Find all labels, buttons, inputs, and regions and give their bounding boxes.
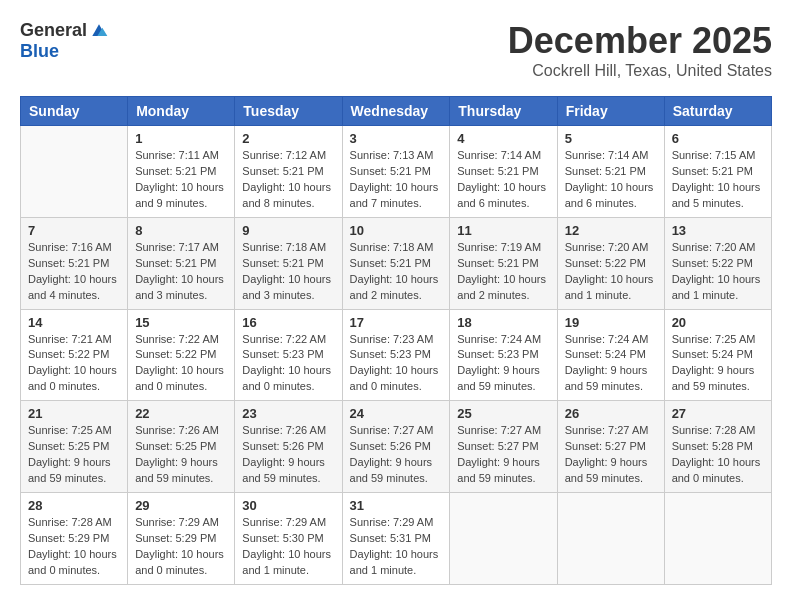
day-info: Sunrise: 7:14 AM Sunset: 5:21 PM Dayligh… — [565, 148, 657, 212]
day-number: 13 — [672, 223, 764, 238]
calendar-cell: 10Sunrise: 7:18 AM Sunset: 5:21 PM Dayli… — [342, 217, 450, 309]
weekday-header-thursday: Thursday — [450, 97, 557, 126]
day-number: 2 — [242, 131, 334, 146]
calendar-week-row: 14Sunrise: 7:21 AM Sunset: 5:22 PM Dayli… — [21, 309, 772, 401]
logo: General Blue — [20, 20, 109, 62]
calendar-cell: 30Sunrise: 7:29 AM Sunset: 5:30 PM Dayli… — [235, 493, 342, 585]
calendar-cell: 19Sunrise: 7:24 AM Sunset: 5:24 PM Dayli… — [557, 309, 664, 401]
day-info: Sunrise: 7:23 AM Sunset: 5:23 PM Dayligh… — [350, 332, 443, 396]
day-number: 12 — [565, 223, 657, 238]
day-number: 4 — [457, 131, 549, 146]
day-number: 21 — [28, 406, 120, 421]
page-header: General Blue December 2025 Cockrell Hill… — [20, 20, 772, 80]
calendar-cell: 18Sunrise: 7:24 AM Sunset: 5:23 PM Dayli… — [450, 309, 557, 401]
day-info: Sunrise: 7:17 AM Sunset: 5:21 PM Dayligh… — [135, 240, 227, 304]
day-number: 1 — [135, 131, 227, 146]
calendar-cell: 9Sunrise: 7:18 AM Sunset: 5:21 PM Daylig… — [235, 217, 342, 309]
day-number: 6 — [672, 131, 764, 146]
day-number: 22 — [135, 406, 227, 421]
day-number: 11 — [457, 223, 549, 238]
weekday-header-sunday: Sunday — [21, 97, 128, 126]
logo-icon — [89, 21, 109, 41]
day-info: Sunrise: 7:18 AM Sunset: 5:21 PM Dayligh… — [350, 240, 443, 304]
day-info: Sunrise: 7:26 AM Sunset: 5:25 PM Dayligh… — [135, 423, 227, 487]
day-number: 8 — [135, 223, 227, 238]
calendar-cell: 22Sunrise: 7:26 AM Sunset: 5:25 PM Dayli… — [128, 401, 235, 493]
day-info: Sunrise: 7:19 AM Sunset: 5:21 PM Dayligh… — [457, 240, 549, 304]
calendar-cell: 16Sunrise: 7:22 AM Sunset: 5:23 PM Dayli… — [235, 309, 342, 401]
calendar-table: SundayMondayTuesdayWednesdayThursdayFrid… — [20, 96, 772, 585]
weekday-header-row: SundayMondayTuesdayWednesdayThursdayFrid… — [21, 97, 772, 126]
calendar-cell: 28Sunrise: 7:28 AM Sunset: 5:29 PM Dayli… — [21, 493, 128, 585]
day-number: 19 — [565, 315, 657, 330]
day-info: Sunrise: 7:14 AM Sunset: 5:21 PM Dayligh… — [457, 148, 549, 212]
day-number: 24 — [350, 406, 443, 421]
calendar-week-row: 1Sunrise: 7:11 AM Sunset: 5:21 PM Daylig… — [21, 126, 772, 218]
month-title: December 2025 — [508, 20, 772, 62]
calendar-week-row: 7Sunrise: 7:16 AM Sunset: 5:21 PM Daylig… — [21, 217, 772, 309]
day-info: Sunrise: 7:24 AM Sunset: 5:24 PM Dayligh… — [565, 332, 657, 396]
day-number: 31 — [350, 498, 443, 513]
day-number: 30 — [242, 498, 334, 513]
weekday-header-saturday: Saturday — [664, 97, 771, 126]
calendar-cell: 15Sunrise: 7:22 AM Sunset: 5:22 PM Dayli… — [128, 309, 235, 401]
day-info: Sunrise: 7:16 AM Sunset: 5:21 PM Dayligh… — [28, 240, 120, 304]
day-number: 3 — [350, 131, 443, 146]
day-info: Sunrise: 7:29 AM Sunset: 5:31 PM Dayligh… — [350, 515, 443, 579]
weekday-header-wednesday: Wednesday — [342, 97, 450, 126]
day-info: Sunrise: 7:20 AM Sunset: 5:22 PM Dayligh… — [672, 240, 764, 304]
weekday-header-tuesday: Tuesday — [235, 97, 342, 126]
day-number: 9 — [242, 223, 334, 238]
calendar-cell: 13Sunrise: 7:20 AM Sunset: 5:22 PM Dayli… — [664, 217, 771, 309]
calendar-cell — [664, 493, 771, 585]
day-info: Sunrise: 7:11 AM Sunset: 5:21 PM Dayligh… — [135, 148, 227, 212]
day-info: Sunrise: 7:25 AM Sunset: 5:24 PM Dayligh… — [672, 332, 764, 396]
day-info: Sunrise: 7:28 AM Sunset: 5:28 PM Dayligh… — [672, 423, 764, 487]
day-info: Sunrise: 7:12 AM Sunset: 5:21 PM Dayligh… — [242, 148, 334, 212]
day-number: 23 — [242, 406, 334, 421]
day-info: Sunrise: 7:29 AM Sunset: 5:30 PM Dayligh… — [242, 515, 334, 579]
day-info: Sunrise: 7:25 AM Sunset: 5:25 PM Dayligh… — [28, 423, 120, 487]
calendar-cell: 12Sunrise: 7:20 AM Sunset: 5:22 PM Dayli… — [557, 217, 664, 309]
calendar-cell: 2Sunrise: 7:12 AM Sunset: 5:21 PM Daylig… — [235, 126, 342, 218]
day-info: Sunrise: 7:18 AM Sunset: 5:21 PM Dayligh… — [242, 240, 334, 304]
day-number: 17 — [350, 315, 443, 330]
calendar-cell — [21, 126, 128, 218]
day-info: Sunrise: 7:28 AM Sunset: 5:29 PM Dayligh… — [28, 515, 120, 579]
day-number: 29 — [135, 498, 227, 513]
calendar-cell: 24Sunrise: 7:27 AM Sunset: 5:26 PM Dayli… — [342, 401, 450, 493]
day-info: Sunrise: 7:20 AM Sunset: 5:22 PM Dayligh… — [565, 240, 657, 304]
calendar-week-row: 21Sunrise: 7:25 AM Sunset: 5:25 PM Dayli… — [21, 401, 772, 493]
calendar-cell: 17Sunrise: 7:23 AM Sunset: 5:23 PM Dayli… — [342, 309, 450, 401]
day-number: 27 — [672, 406, 764, 421]
calendar-cell: 31Sunrise: 7:29 AM Sunset: 5:31 PM Dayli… — [342, 493, 450, 585]
calendar-cell — [557, 493, 664, 585]
day-number: 14 — [28, 315, 120, 330]
calendar-cell: 1Sunrise: 7:11 AM Sunset: 5:21 PM Daylig… — [128, 126, 235, 218]
day-info: Sunrise: 7:27 AM Sunset: 5:26 PM Dayligh… — [350, 423, 443, 487]
logo-blue-text: Blue — [20, 41, 59, 62]
day-info: Sunrise: 7:22 AM Sunset: 5:23 PM Dayligh… — [242, 332, 334, 396]
calendar-cell: 25Sunrise: 7:27 AM Sunset: 5:27 PM Dayli… — [450, 401, 557, 493]
weekday-header-friday: Friday — [557, 97, 664, 126]
calendar-cell: 23Sunrise: 7:26 AM Sunset: 5:26 PM Dayli… — [235, 401, 342, 493]
day-info: Sunrise: 7:27 AM Sunset: 5:27 PM Dayligh… — [565, 423, 657, 487]
location-text: Cockrell Hill, Texas, United States — [508, 62, 772, 80]
calendar-cell: 5Sunrise: 7:14 AM Sunset: 5:21 PM Daylig… — [557, 126, 664, 218]
day-info: Sunrise: 7:15 AM Sunset: 5:21 PM Dayligh… — [672, 148, 764, 212]
day-info: Sunrise: 7:27 AM Sunset: 5:27 PM Dayligh… — [457, 423, 549, 487]
calendar-cell: 26Sunrise: 7:27 AM Sunset: 5:27 PM Dayli… — [557, 401, 664, 493]
calendar-week-row: 28Sunrise: 7:28 AM Sunset: 5:29 PM Dayli… — [21, 493, 772, 585]
calendar-cell: 27Sunrise: 7:28 AM Sunset: 5:28 PM Dayli… — [664, 401, 771, 493]
calendar-cell: 4Sunrise: 7:14 AM Sunset: 5:21 PM Daylig… — [450, 126, 557, 218]
calendar-cell — [450, 493, 557, 585]
day-info: Sunrise: 7:21 AM Sunset: 5:22 PM Dayligh… — [28, 332, 120, 396]
day-number: 28 — [28, 498, 120, 513]
calendar-cell: 29Sunrise: 7:29 AM Sunset: 5:29 PM Dayli… — [128, 493, 235, 585]
title-block: December 2025 Cockrell Hill, Texas, Unit… — [508, 20, 772, 80]
day-number: 16 — [242, 315, 334, 330]
day-info: Sunrise: 7:29 AM Sunset: 5:29 PM Dayligh… — [135, 515, 227, 579]
day-number: 25 — [457, 406, 549, 421]
day-info: Sunrise: 7:24 AM Sunset: 5:23 PM Dayligh… — [457, 332, 549, 396]
calendar-cell: 14Sunrise: 7:21 AM Sunset: 5:22 PM Dayli… — [21, 309, 128, 401]
